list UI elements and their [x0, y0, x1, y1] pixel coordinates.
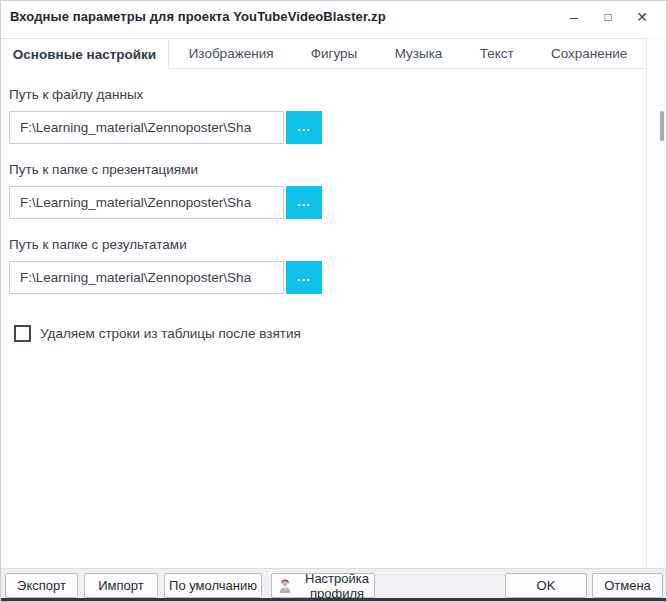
delete-rows-checkbox-row: Удаляем строки из таблицы после взятия	[14, 325, 301, 342]
presentations-folder-browse-button[interactable]: ...	[286, 186, 322, 219]
export-button[interactable]: Экспорт	[5, 573, 78, 598]
field-results-folder-path: Путь к папке с результатами ...	[9, 237, 322, 294]
field-data-file-path: Путь к файлу данных ...	[9, 87, 322, 144]
tab-music[interactable]: Музыка	[391, 46, 447, 61]
results-folder-input[interactable]	[9, 261, 284, 294]
tab-text[interactable]: Текст	[476, 46, 518, 61]
window-title: Входные параметры для проекта YouTubeVid…	[10, 9, 386, 24]
data-file-browse-button[interactable]: ...	[286, 111, 322, 144]
presentations-folder-label: Путь к папке с презентациями	[9, 162, 322, 177]
close-icon[interactable]: ✕	[628, 6, 656, 28]
tab-bar: Основные настройки Изображения Фигуры Му…	[1, 38, 667, 69]
title-bar: Входные параметры для проекта YouTubeVid…	[1, 1, 666, 38]
tab-saving[interactable]: Сохранение	[547, 46, 631, 61]
cancel-button[interactable]: Отмена	[592, 573, 663, 598]
window-controls: – □ ✕	[560, 6, 656, 28]
tab-shapes[interactable]: Фигуры	[307, 46, 362, 61]
ok-button[interactable]: OK	[505, 573, 587, 598]
presentations-folder-input[interactable]	[9, 186, 284, 219]
minimize-icon[interactable]: –	[560, 6, 588, 28]
tab-strip: Изображения Фигуры Музыка Текст Сохранен…	[170, 39, 646, 68]
scrollbar-thumb[interactable]	[660, 111, 664, 141]
results-folder-label: Путь к папке с результатами	[9, 237, 322, 252]
bottom-accent-bar	[1, 598, 667, 602]
data-file-path-input[interactable]	[9, 111, 284, 144]
results-folder-browse-button[interactable]: ...	[286, 261, 322, 294]
maximize-icon[interactable]: □	[594, 6, 622, 28]
vertical-scrollbar[interactable]	[647, 38, 666, 568]
tab-main-settings[interactable]: Основные настройки	[1, 39, 169, 69]
dialog-window: Входные параметры для проекта YouTubeVid…	[0, 0, 667, 602]
import-button[interactable]: Импорт	[84, 573, 158, 598]
delete-rows-checkbox[interactable]	[14, 325, 31, 342]
data-file-path-label: Путь к файлу данных	[9, 87, 322, 102]
field-presentations-folder-path: Путь к папке с презентациями ...	[9, 162, 322, 219]
delete-rows-checkbox-label: Удаляем строки из таблицы после взятия	[40, 326, 301, 341]
defaults-button[interactable]: По умолчанию	[164, 573, 262, 598]
footer-bar: Экспорт Импорт По умолчанию Настройка пр…	[1, 568, 667, 598]
tab-images[interactable]: Изображения	[185, 46, 278, 61]
profile-settings-button[interactable]: Настройка профиля	[271, 573, 375, 598]
person-icon	[277, 578, 293, 594]
tabbar-bottom-divider	[169, 68, 646, 69]
profile-settings-label: Настройка профиля	[300, 571, 374, 601]
